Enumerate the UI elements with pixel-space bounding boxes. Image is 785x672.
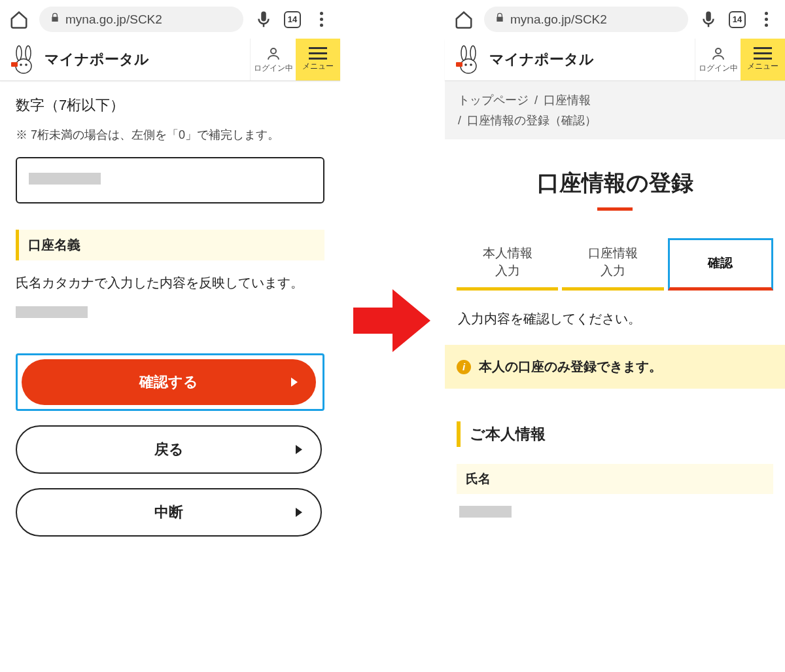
breadcrumb-item[interactable]: 口座情報 <box>544 94 591 107</box>
tab-switcher[interactable]: 14 <box>284 11 301 28</box>
title-underline <box>597 207 633 211</box>
app-header: マイナポータル ログイン中 メニュー <box>445 39 785 81</box>
url-text: myna.go.jp/SCK2 <box>510 12 607 27</box>
field-label: 数字（7桁以下） <box>16 96 324 115</box>
svg-point-1 <box>16 46 22 60</box>
chevron-right-icon <box>296 508 302 517</box>
field-hint: ※ 7桁未満の場合は、左側を「0」で補完します。 <box>16 127 324 143</box>
instruction-text: 入力内容を確認してください。 <box>445 310 785 345</box>
right-phone: myna.go.jp/SCK2 14 マイナポータル ログイン中 メニュー <box>445 0 785 520</box>
transition-arrow <box>340 0 445 353</box>
page-title: 口座情報の登録 <box>445 168 785 198</box>
address-bar[interactable]: myna.go.jp/SCK2 <box>484 7 688 32</box>
confirm-button-highlight: 確認する <box>16 353 324 411</box>
arrow-right-icon <box>353 288 432 353</box>
personal-info-section-title: ご本人情報 <box>457 421 773 447</box>
lock-icon <box>495 12 505 27</box>
kebab-menu-icon[interactable] <box>756 10 776 29</box>
logo-area[interactable]: マイナポータル <box>0 39 250 80</box>
login-status[interactable]: ログイン中 <box>250 39 296 80</box>
lock-icon <box>50 12 60 27</box>
menu-button[interactable]: メニュー <box>296 39 340 80</box>
left-phone: myna.go.jp/SCK2 14 マイナポータル ログイン中 メニュー <box>0 0 340 565</box>
hamburger-icon <box>754 47 772 60</box>
hamburger-icon <box>309 47 327 60</box>
cancel-button[interactable]: 中断 <box>16 488 322 537</box>
left-content: 数字（7桁以下） ※ 7桁未満の場合は、左側を「0」で補完します。 口座名義 氏… <box>0 81 340 565</box>
browser-chrome: myna.go.jp/SCK2 14 <box>0 0 340 39</box>
step-account-info[interactable]: 口座情報 入力 <box>562 238 663 291</box>
tab-switcher[interactable]: 14 <box>729 11 746 28</box>
account-name-section-title: 口座名義 <box>16 230 324 260</box>
mic-icon[interactable] <box>254 10 273 29</box>
kebab-menu-icon[interactable] <box>311 10 331 29</box>
name-field-label: 氏名 <box>457 464 773 494</box>
confirm-button[interactable]: 確認する <box>22 359 316 405</box>
bunny-logo-icon <box>453 44 484 75</box>
svg-point-3 <box>20 63 22 66</box>
login-status[interactable]: ログイン中 <box>695 39 741 80</box>
address-bar[interactable]: myna.go.jp/SCK2 <box>39 7 243 32</box>
app-header: マイナポータル ログイン中 メニュー <box>0 39 340 81</box>
redacted-name <box>16 306 88 318</box>
svg-rect-12 <box>456 62 462 67</box>
info-icon: i <box>457 360 471 374</box>
home-icon[interactable] <box>454 10 474 29</box>
svg-point-10 <box>464 63 467 66</box>
user-icon <box>710 46 726 62</box>
stepper: 本人情報 入力 口座情報 入力 確認 <box>445 238 785 291</box>
redacted-value <box>29 173 101 185</box>
redacted-name-value <box>459 506 512 518</box>
account-number-input[interactable] <box>16 157 324 203</box>
svg-rect-5 <box>11 62 18 67</box>
app-name: マイナポータル <box>489 50 594 69</box>
home-icon[interactable] <box>9 10 29 29</box>
svg-point-6 <box>271 48 276 54</box>
svg-point-7 <box>461 59 476 73</box>
svg-point-0 <box>16 59 31 73</box>
mic-icon[interactable] <box>699 10 718 29</box>
step-confirm[interactable]: 確認 <box>668 238 773 291</box>
breadcrumb-item[interactable]: トップページ <box>458 94 529 107</box>
bunny-logo-icon <box>8 44 39 75</box>
app-name: マイナポータル <box>44 50 149 69</box>
menu-button[interactable]: メニュー <box>741 39 785 80</box>
step-personal-info[interactable]: 本人情報 入力 <box>457 238 558 291</box>
notice-banner: i 本人の口座のみ登録できます。 <box>445 345 785 389</box>
svg-point-11 <box>470 63 472 66</box>
breadcrumb-item: 口座情報の登録（確認） <box>467 114 597 127</box>
svg-point-9 <box>470 46 476 60</box>
url-text: myna.go.jp/SCK2 <box>65 12 162 27</box>
user-icon <box>266 46 281 62</box>
breadcrumb: トップページ / 口座情報 / 口座情報の登録（確認） <box>445 81 785 139</box>
svg-point-8 <box>461 46 466 60</box>
chevron-right-icon <box>296 445 302 454</box>
back-button[interactable]: 戻る <box>16 425 322 474</box>
chevron-right-icon <box>291 378 298 387</box>
account-name-desc: 氏名カタカナで入力した内容を反映しています。 <box>16 272 324 293</box>
svg-point-2 <box>26 46 31 60</box>
logo-area[interactable]: マイナポータル <box>445 39 695 80</box>
svg-point-13 <box>716 48 721 54</box>
svg-point-4 <box>25 63 27 66</box>
browser-chrome: myna.go.jp/SCK2 14 <box>445 0 785 39</box>
